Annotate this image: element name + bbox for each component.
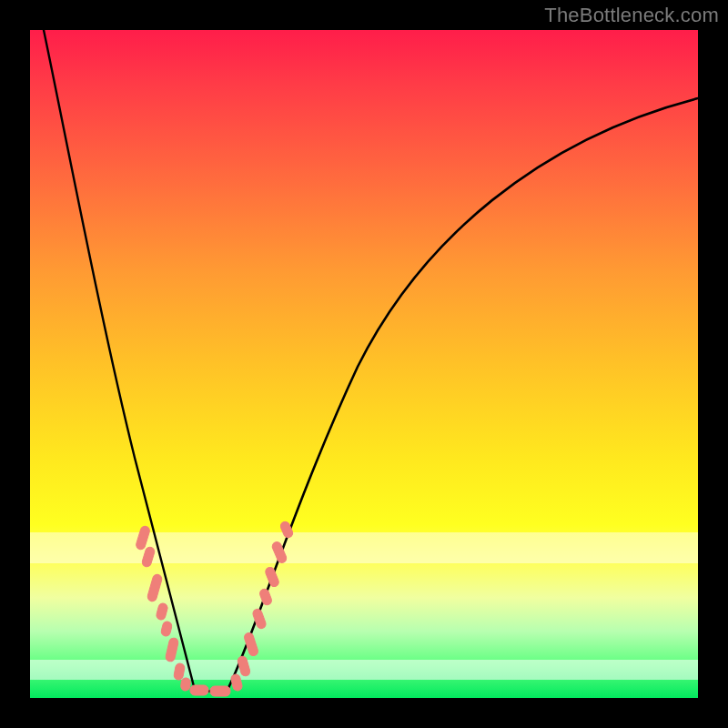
chart-stage: TheBottleneck.com xyxy=(0,0,728,728)
svg-rect-1 xyxy=(141,546,156,568)
plot-area xyxy=(30,30,698,698)
svg-rect-5 xyxy=(165,637,179,662)
svg-rect-7 xyxy=(180,677,191,691)
curve-right-branch xyxy=(228,98,698,690)
marker-group xyxy=(135,521,294,696)
svg-rect-11 xyxy=(237,655,251,677)
svg-rect-10 xyxy=(230,673,243,692)
svg-rect-8 xyxy=(190,685,208,695)
curve-layer xyxy=(30,30,698,698)
svg-rect-6 xyxy=(173,662,185,681)
svg-rect-0 xyxy=(135,525,150,551)
svg-rect-14 xyxy=(258,588,273,606)
svg-rect-3 xyxy=(156,602,168,621)
svg-rect-9 xyxy=(210,686,230,696)
svg-rect-4 xyxy=(160,621,173,637)
svg-rect-15 xyxy=(264,566,280,588)
curve-left-branch xyxy=(44,30,195,690)
watermark-text: TheBottleneck.com xyxy=(544,4,719,27)
svg-rect-2 xyxy=(147,573,163,602)
